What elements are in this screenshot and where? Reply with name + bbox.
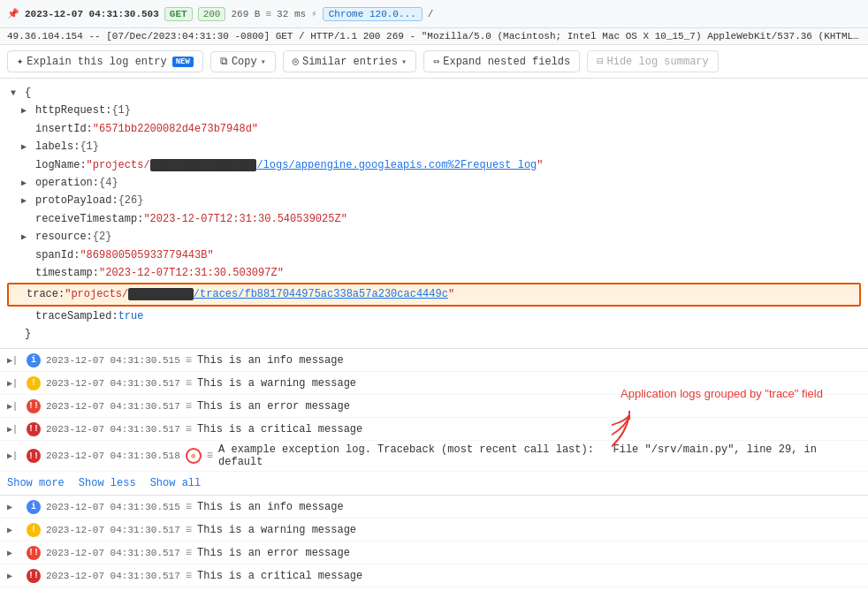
- filter-icon-4[interactable]: ≡: [186, 423, 192, 436]
- json-content: ▼ { ▶ httpRequest: {1} insertId: "6571bb…: [0, 79, 868, 349]
- json-field-resource: ▶ resource: {2}: [7, 228, 861, 246]
- bottom-filter-icon-4[interactable]: ≡: [186, 570, 192, 582]
- expand-col-2[interactable]: ▶|: [7, 378, 21, 389]
- json-field-traceSampled: traceSampled: true: [7, 307, 861, 325]
- filter-icon-5[interactable]: ≡: [207, 450, 213, 462]
- bottom-log-entry-3: ▶ !! 2023-12-07 04:31:30.517 ≡ This is a…: [0, 542, 868, 564]
- json-field-timestamp: timestamp: "2023-12-07T12:31:30.503097Z": [7, 264, 861, 282]
- bottom-severity-info-icon: i: [27, 500, 41, 514]
- show-all-link[interactable]: Show all: [150, 477, 202, 489]
- expand-operation-icon[interactable]: ▶: [21, 176, 35, 191]
- copy-icon: ⧉: [220, 56, 228, 68]
- bottom-log-entry-4: ▶ !! 2023-12-07 04:31:30.517 ≡ This is a…: [0, 564, 868, 587]
- grouped-log-entry-3: ▶| !! 2023-12-07 04:31:30.517 ≡ This is …: [0, 395, 868, 418]
- copy-chevron: ▾: [261, 57, 266, 67]
- expand-col-3[interactable]: ▶|: [7, 401, 21, 412]
- top-bar: 📌 2023-12-07 04:31:30.503 GET 200 269 B …: [0, 0, 868, 28]
- json-field-spanId: spanId: "869800505933779443B": [7, 246, 861, 264]
- json-root-open: ▼ {: [7, 84, 861, 102]
- path-info: /: [428, 9, 434, 19]
- bottom-filter-icon-2[interactable]: ≡: [186, 524, 192, 536]
- status-badge: 200: [198, 7, 226, 21]
- severity-warning-icon: !: [27, 376, 41, 390]
- grouped-log-section: Application logs grouped by "trace" fiel…: [0, 349, 868, 472]
- bottom-expand-col-2[interactable]: ▶: [7, 525, 21, 535]
- expand-nested-button[interactable]: ⇔ Expand nested fields: [423, 50, 580, 72]
- similar-chevron: ▾: [401, 57, 407, 67]
- similar-icon: ◎: [293, 55, 299, 68]
- severity-info-icon: i: [27, 353, 41, 367]
- bottom-severity-error-icon: !!: [27, 546, 41, 560]
- expand-icon: ⇔: [433, 55, 439, 68]
- show-less-link[interactable]: Show less: [79, 477, 136, 489]
- bottom-log-entry-5: ▶ !! 2023-12-07 04:31:30.518 ⊗ ≡ A examp…: [0, 587, 868, 591]
- json-collapse-icon[interactable]: ▼: [11, 86, 25, 101]
- bottom-logs-section: ▶ i 2023-12-07 04:31:30.515 ≡ This is an…: [0, 496, 868, 591]
- size-info: 269 B: [231, 9, 260, 19]
- json-field-receiveTimestamp: receiveTimestamp: "2023-12-07T12:31:30.5…: [7, 210, 861, 228]
- severity-error-icon: !!: [27, 399, 41, 413]
- raw-log-line: 49.36.104.154 -- [07/Dec/2023:04:31:30 -…: [0, 28, 868, 45]
- severity-exception-icon: !!: [27, 449, 41, 463]
- filter-icon: ≡: [265, 9, 271, 19]
- similar-entries-button[interactable]: ◎ Similar entries ▾: [283, 50, 416, 72]
- expand-col-1[interactable]: ▶|: [7, 355, 21, 366]
- expand-col-4[interactable]: ▶|: [7, 424, 21, 435]
- flash-icon: ⚡: [311, 8, 317, 19]
- json-field-httpRequest: ▶ httpRequest: {1}: [7, 102, 861, 119]
- json-field-logName: logName: "projects/██████████████/logs/a…: [7, 156, 861, 174]
- json-field-labels: ▶ labels: {1}: [7, 138, 861, 155]
- time-info: 32 ms: [277, 9, 306, 19]
- hide-icon: ⊟: [597, 55, 603, 68]
- filter-icon-2[interactable]: ≡: [186, 377, 192, 390]
- bottom-filter-icon-1[interactable]: ≡: [186, 501, 192, 513]
- copy-button[interactable]: ⧉ Copy ▾: [210, 51, 276, 72]
- bottom-severity-critical-icon: !!: [27, 569, 41, 583]
- bottom-expand-col-4[interactable]: ▶: [7, 571, 21, 581]
- severity-critical-icon: !!: [27, 422, 41, 436]
- bottom-filter-icon-3[interactable]: ≡: [186, 547, 192, 559]
- bottom-expand-col-1[interactable]: ▶: [7, 502, 21, 512]
- expand-httpRequest-icon[interactable]: ▶: [21, 103, 35, 118]
- grouped-log-entry-4: ▶| !! 2023-12-07 04:31:30.517 ≡ This is …: [0, 418, 868, 441]
- filter-icon-3[interactable]: ≡: [186, 400, 192, 413]
- json-field-insertId: insertId: "6571bb2200082d4e73b7948d": [7, 120, 861, 138]
- toolbar: ✦ Explain this log entry NEW ⧉ Copy ▾ ◎ …: [0, 45, 868, 79]
- show-bar: Show more Show less Show all: [0, 472, 868, 496]
- json-root-close: }: [7, 325, 861, 343]
- expand-labels-icon[interactable]: ▶: [21, 140, 35, 155]
- pin-icon: 📌: [7, 8, 19, 19]
- grouped-log-entry-2: ▶| ! 2023-12-07 04:31:30.517 ≡ This is a…: [0, 372, 868, 395]
- browser-badge: Chrome 120.0...: [323, 7, 423, 21]
- json-field-operation: ▶ operation: {4}: [7, 174, 861, 192]
- expand-resource-icon[interactable]: ▶: [21, 230, 35, 245]
- exception-badge: ⊗: [186, 448, 202, 464]
- grouped-log-entry-1: ▶| i 2023-12-07 04:31:30.515 ≡ This is a…: [0, 349, 868, 372]
- expand-col-5[interactable]: ▶|: [7, 451, 21, 461]
- bottom-log-entry-2: ▶ ! 2023-12-07 04:31:30.517 ≡ This is a …: [0, 519, 868, 542]
- explain-button[interactable]: ✦ Explain this log entry NEW: [7, 50, 203, 72]
- json-field-protoPayload: ▶ protoPayload: {26}: [7, 192, 861, 209]
- bottom-expand-col-3[interactable]: ▶: [7, 548, 21, 558]
- bottom-severity-warning-icon: !: [27, 523, 41, 537]
- filter-icon-1[interactable]: ≡: [186, 354, 192, 367]
- expand-protoPayload-icon[interactable]: ▶: [21, 193, 35, 208]
- hide-summary-button[interactable]: ⊟ Hide log summary: [587, 50, 718, 72]
- method-badge: GET: [164, 7, 193, 21]
- bottom-log-entry-1: ▶ i 2023-12-07 04:31:30.515 ≡ This is an…: [0, 496, 868, 519]
- explain-icon: ✦: [17, 55, 23, 68]
- grouped-log-entry-5: ▶| !! 2023-12-07 04:31:30.518 ⊗ ≡ A exam…: [0, 441, 868, 472]
- show-more-link[interactable]: Show more: [7, 477, 65, 489]
- entry-timestamp: 2023-12-07 04:31:30.503: [25, 9, 159, 19]
- json-field-trace: trace: "projects/████████/traces/fb88170…: [7, 283, 861, 306]
